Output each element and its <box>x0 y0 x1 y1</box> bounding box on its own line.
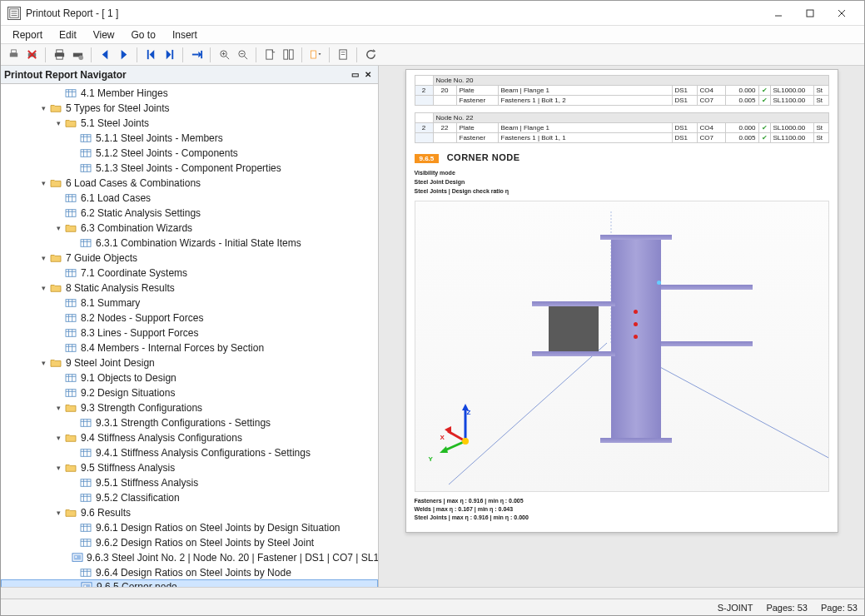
zoom-out-icon[interactable] <box>235 47 250 62</box>
tree-item[interactable]: ▸6.3.1 Combination Wizards - Initial Sta… <box>1 236 378 251</box>
goto-selection-icon[interactable] <box>189 47 204 62</box>
table-icon <box>79 567 92 579</box>
printer-icon[interactable] <box>52 47 67 62</box>
tree-item[interactable]: ▸8.4 Members - Internal Forces by Sectio… <box>1 340 378 355</box>
table-icon <box>64 297 77 309</box>
minimize-button[interactable] <box>763 2 794 25</box>
expand-icon[interactable]: ▾ <box>52 224 64 232</box>
menu-edit[interactable]: Edit <box>52 27 83 42</box>
tree-item[interactable]: ▸8.2 Nodes - Support Forces <box>1 310 378 325</box>
export-dropdown-icon[interactable] <box>308 47 323 62</box>
tree-item[interactable]: ▾5.1 Steel Joints <box>1 116 378 131</box>
expand-icon[interactable]: ▾ <box>52 119 64 127</box>
tree-item[interactable]: ▾9 Steel Joint Design <box>1 355 378 370</box>
svg-marker-18 <box>102 50 107 59</box>
expand-icon[interactable]: ▾ <box>37 254 49 262</box>
tree-item[interactable]: ▸9.5.2 Classification <box>1 490 378 505</box>
panel-close-icon[interactable]: ✕ <box>361 68 375 82</box>
expand-icon[interactable]: ▾ <box>37 179 49 187</box>
status-pages: Pages: 53 <box>766 603 808 613</box>
table-icon <box>79 417 92 429</box>
svg-rect-59 <box>66 195 76 202</box>
print-settings-icon[interactable] <box>70 47 85 62</box>
close-button[interactable] <box>826 2 858 25</box>
toolbar <box>1 44 864 66</box>
next-page-icon[interactable] <box>116 47 131 62</box>
tree-item-label: 5.1.3 Steel Joints - Component Propertie… <box>96 162 281 174</box>
tree-item[interactable]: ▸7.1 Coordinate Systems <box>1 266 378 281</box>
svg-rect-91 <box>66 375 76 382</box>
tree-item[interactable]: ▸9.6.2 Design Ratios on Steel Joints by … <box>1 535 378 550</box>
menu-insert[interactable]: Insert <box>166 27 204 42</box>
tree-item[interactable]: ▸9.6.1 Design Ratios on Steel Joints by … <box>1 520 378 535</box>
tree-item[interactable]: ▸9.4.1 Stiffness Analysis Configurations… <box>1 445 378 460</box>
tree-item[interactable]: ▸5.1.3 Steel Joints - Component Properti… <box>1 161 378 176</box>
svg-marker-42 <box>373 49 375 52</box>
print-icon[interactable] <box>6 47 21 62</box>
refresh-icon[interactable] <box>363 47 378 62</box>
tree-item[interactable]: ▸5.1.2 Steel Joints - Components <box>1 146 378 161</box>
expand-icon[interactable]: ▾ <box>37 359 49 367</box>
tree-item-label: 9.4.1 Stiffness Analysis Configurations … <box>96 447 311 459</box>
tree-item[interactable]: ▾9.5 Stiffness Analysis <box>1 460 378 475</box>
tree-item[interactable]: ▾7 Guide Objects <box>1 251 378 266</box>
report-viewer[interactable]: Node No. 20220PlateBeam | Flange 1DS1CO4… <box>379 66 864 587</box>
last-page-icon[interactable] <box>162 47 176 62</box>
prev-page-icon[interactable] <box>97 47 112 62</box>
tree-item[interactable]: ▸9.6.3 Steel Joint No. 2 | Node No. 20 |… <box>1 550 378 565</box>
undock-icon[interactable]: ▭ <box>348 68 361 82</box>
folder-icon <box>64 462 77 474</box>
axis-y-label: Y <box>429 455 433 463</box>
table-icon <box>64 207 77 219</box>
navigator-tree[interactable]: ▸4.1 Member Hinges▾5 Types for Steel Joi… <box>1 84 378 587</box>
first-page-icon[interactable] <box>143 47 158 62</box>
tree-item[interactable]: ▸9.1 Objects to Design <box>1 370 378 385</box>
metric-welds: Welds | max η : 0.167 | min η : 0.043 <box>415 505 829 514</box>
tree-item[interactable]: ▾8 Static Analysis Results <box>1 281 378 296</box>
expand-icon[interactable]: ▾ <box>37 104 49 112</box>
tree-item[interactable]: ▸9.5.1 Stiffness Analysis <box>1 475 378 490</box>
delete-print-icon[interactable] <box>24 47 39 62</box>
tree-item[interactable]: ▸5.1.1 Steel Joints - Members <box>1 131 378 146</box>
table-icon <box>64 312 77 324</box>
tree-item[interactable]: ▸8.3 Lines - Support Forces <box>1 325 378 340</box>
menu-view[interactable]: View <box>87 27 122 42</box>
tree-item[interactable]: ▸9.6.5 Corner node <box>1 579 378 587</box>
zoom-in-icon[interactable] <box>216 47 231 62</box>
expand-icon[interactable]: ▾ <box>37 284 49 292</box>
status-page: Page: 53 <box>821 603 858 613</box>
section-number: 9.6.5 <box>415 154 440 163</box>
menu-goto[interactable]: Go to <box>125 27 162 42</box>
tree-item[interactable]: ▾5 Types for Steel Joints <box>1 101 378 116</box>
tree-item[interactable]: ▸6.1 Load Cases <box>1 191 378 206</box>
svg-point-17 <box>78 55 83 60</box>
svg-rect-36 <box>289 50 293 59</box>
tree-item[interactable]: ▾9.6 Results <box>1 505 378 520</box>
maximize-button[interactable] <box>794 2 826 25</box>
tree-item[interactable]: ▸9.6.4 Design Ratios on Steel Joints by … <box>1 565 378 580</box>
page-setup-icon[interactable] <box>262 47 277 62</box>
tree-item[interactable]: ▸9.2 Design Situations <box>1 385 378 400</box>
tree-item[interactable]: ▾9.3 Strength Configurations <box>1 400 378 415</box>
svg-rect-71 <box>66 270 76 277</box>
page-layout-icon[interactable] <box>281 47 296 62</box>
tree-item[interactable]: ▸8.1 Summary <box>1 296 378 310</box>
svg-marker-19 <box>121 50 127 59</box>
expand-icon[interactable]: ▾ <box>52 434 64 442</box>
status-module: S-JOINT <box>718 603 753 613</box>
tree-item[interactable]: ▸4.1 Member Hinges <box>1 86 378 101</box>
tree-item[interactable]: ▸6.2 Static Analysis Settings <box>1 206 378 221</box>
expand-icon[interactable]: ▾ <box>52 464 64 472</box>
expand-icon[interactable]: ▾ <box>52 404 64 412</box>
document-icon[interactable] <box>336 47 350 62</box>
svg-rect-103 <box>81 450 91 457</box>
tree-item[interactable]: ▾6 Load Cases & Combinations <box>1 176 378 191</box>
menu-report[interactable]: Report <box>6 27 49 42</box>
horizontal-scroll[interactable] <box>1 587 864 599</box>
tree-item[interactable]: ▾9.4 Stiffness Analysis Configurations <box>1 430 378 445</box>
expand-icon[interactable]: ▾ <box>52 509 64 517</box>
tree-item[interactable]: ▾6.3 Combination Wizards <box>1 221 378 236</box>
joint-render: Z X Y <box>415 201 829 492</box>
section-sub-2: Steel Joint Design <box>415 177 829 186</box>
tree-item[interactable]: ▸9.3.1 Strength Configurations - Setting… <box>1 415 378 430</box>
